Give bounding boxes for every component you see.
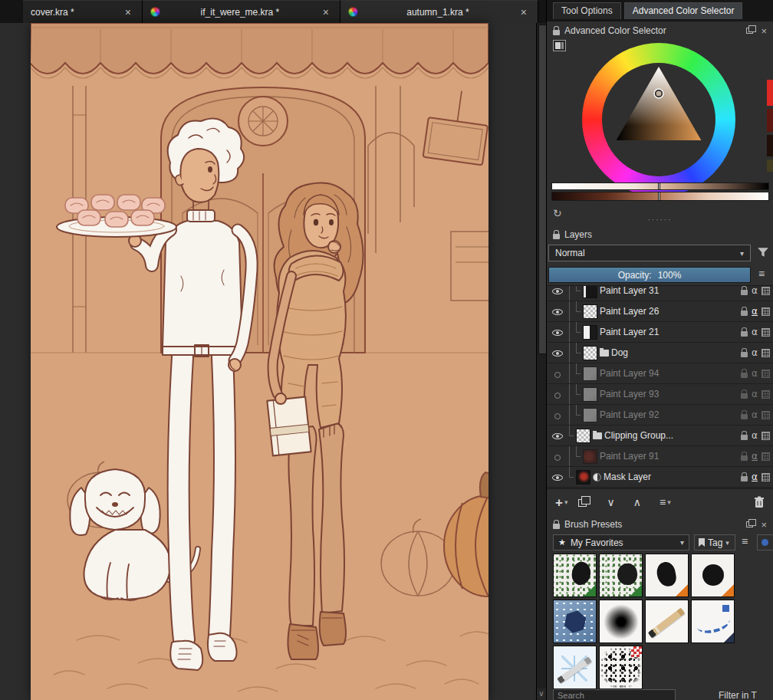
lock-icon[interactable] <box>741 476 748 481</box>
visibility-toggle[interactable] <box>551 430 564 442</box>
properties-grid-icon[interactable] <box>761 370 770 378</box>
visibility-toggle[interactable] <box>551 347 564 359</box>
close-docker-icon[interactable]: × <box>761 520 767 530</box>
close-tab-icon[interactable]: × <box>122 5 134 19</box>
lock-icon[interactable] <box>741 455 748 461</box>
tag-button[interactable]: Tag ▾ <box>694 534 735 550</box>
alpha-icon[interactable]: α <box>752 307 758 316</box>
shade-selector-bar-1[interactable] <box>551 182 769 190</box>
close-tab-icon[interactable]: × <box>320 5 332 19</box>
duplicate-layer-button[interactable] <box>573 496 590 508</box>
brush-preset-stamp-snowflake[interactable] <box>553 646 597 689</box>
shade-selector-bar-2[interactable] <box>551 192 769 201</box>
color-swatch[interactable] <box>767 80 773 106</box>
properties-grid-icon[interactable] <box>761 349 770 357</box>
layer-options-icon[interactable]: ≡ <box>758 268 765 279</box>
brush-preset-wet-texture-green-2[interactable] <box>599 554 643 597</box>
layer-row[interactable]: Paint Layer 31α <box>547 285 773 301</box>
alpha-icon[interactable]: α <box>752 369 758 378</box>
brush-preset-stamp-hexagon-blue[interactable] <box>553 600 597 643</box>
close-docker-icon[interactable]: × <box>761 26 767 36</box>
canvas[interactable] <box>31 23 488 700</box>
alpha-icon[interactable]: α <box>752 431 758 440</box>
brush-preset-wet-texture-green-1[interactable] <box>553 554 597 597</box>
properties-grid-icon[interactable] <box>761 452 770 461</box>
alpha-icon[interactable]: α <box>752 348 758 357</box>
properties-grid-icon[interactable] <box>761 287 770 295</box>
layer-row[interactable]: Mask Layerα <box>547 467 773 488</box>
properties-grid-icon[interactable] <box>761 411 770 419</box>
layer-row[interactable]: Dogα <box>547 343 773 363</box>
color-swatch[interactable] <box>767 109 773 132</box>
blend-mode-select[interactable]: Normal ▾ <box>548 245 751 261</box>
move-layer-down-button[interactable]: ∨ <box>604 495 617 509</box>
overflow-button[interactable] <box>757 534 773 550</box>
visibility-toggle[interactable] <box>551 472 564 483</box>
alpha-icon[interactable]: α <box>752 286 758 295</box>
properties-grid-icon[interactable] <box>761 473 770 481</box>
tag-filter-select[interactable]: ★ My Favorites ▾ <box>553 534 689 550</box>
alpha-icon[interactable]: α <box>752 472 758 481</box>
layer-row[interactable]: Paint Layer 21α <box>547 322 773 343</box>
visibility-toggle[interactable] <box>551 285 564 297</box>
properties-grid-icon[interactable] <box>761 432 770 440</box>
saturation-triangle[interactable] <box>602 63 715 176</box>
opacity-slider[interactable]: Opacity: 100% <box>548 267 751 283</box>
brush-preset-ink-blob-orange-tag-1[interactable] <box>645 554 689 597</box>
float-docker-icon[interactable] <box>746 521 753 527</box>
lock-icon[interactable] <box>741 290 748 295</box>
color-wheel[interactable] <box>582 43 735 196</box>
canvas-scrollbar[interactable]: ∨ <box>536 23 546 700</box>
alpha-icon[interactable]: α <box>752 389 758 399</box>
brush-preset-spray-splatter-red-tag[interactable] <box>599 646 643 689</box>
float-docker-icon[interactable] <box>746 28 753 34</box>
delete-layer-button[interactable] <box>752 495 767 510</box>
preset-display-options-icon[interactable]: ≡ <box>742 536 748 547</box>
selector-shape-button[interactable] <box>553 40 566 51</box>
tab-advanced-color-selector[interactable]: Advanced Color Selector <box>624 2 743 19</box>
visibility-toggle[interactable] <box>551 389 564 400</box>
scroll-down-button[interactable]: ∨ <box>537 688 546 700</box>
lock-icon[interactable] <box>741 414 748 419</box>
doc-tab-cover[interactable]: cover.kra * × <box>23 0 143 23</box>
properties-grid-icon[interactable] <box>761 390 770 399</box>
filter-funnel-icon[interactable] <box>757 246 769 258</box>
lock-icon[interactable] <box>741 331 748 337</box>
brush-preset-pencil[interactable] <box>645 600 689 643</box>
doc-tab-autumn-1[interactable]: autumn_1.kra * × <box>340 0 538 23</box>
properties-grid-icon[interactable] <box>761 328 770 337</box>
layer-row[interactable]: Paint Layer 92α <box>547 405 773 426</box>
close-tab-icon[interactable]: × <box>518 5 530 19</box>
brush-preset-soft-round-airbrush[interactable] <box>599 600 643 643</box>
visibility-toggle[interactable] <box>551 368 564 380</box>
alpha-icon[interactable]: α <box>752 327 758 337</box>
layer-row[interactable]: Paint Layer 93α <box>547 384 773 405</box>
lock-icon[interactable] <box>741 393 748 399</box>
lock-icon[interactable] <box>741 352 748 357</box>
visibility-toggle[interactable] <box>551 306 564 317</box>
brush-preset-ink-blob-orange-tag-2[interactable] <box>691 554 735 597</box>
docker-resize-handle[interactable]: ······ <box>547 217 773 223</box>
tab-tool-options[interactable]: Tool Options <box>553 2 621 19</box>
alpha-icon[interactable]: α <box>752 452 758 461</box>
visibility-toggle[interactable] <box>551 451 564 462</box>
preset-search-input[interactable]: Search <box>553 689 676 700</box>
layer-row[interactable]: Paint Layer 91α <box>547 446 773 467</box>
lock-icon[interactable] <box>741 373 748 378</box>
brush-preset-dyna-dash-blue[interactable] <box>691 600 735 643</box>
edge-color-swatches[interactable] <box>767 80 773 172</box>
add-layer-button[interactable]: + ▾ <box>553 495 570 511</box>
lock-icon[interactable] <box>741 435 748 440</box>
layer-row[interactable]: Paint Layer 94α <box>547 363 773 384</box>
alpha-icon[interactable]: α <box>752 410 758 419</box>
lock-icon[interactable] <box>741 311 748 316</box>
visibility-toggle[interactable] <box>551 409 564 421</box>
properties-grid-icon[interactable] <box>761 307 770 316</box>
move-layer-up-button[interactable]: ∧ <box>631 495 643 509</box>
doc-tab-if-it-were-me[interactable]: if_it_were_me.kra * × <box>143 0 340 23</box>
visibility-toggle[interactable] <box>551 327 564 338</box>
layer-row[interactable]: Paint Layer 26α <box>547 301 773 322</box>
color-swatch[interactable] <box>767 135 773 156</box>
layer-properties-button[interactable]: ≡ ▾ <box>657 495 673 509</box>
layer-row[interactable]: Clipping Group...α <box>547 426 773 446</box>
